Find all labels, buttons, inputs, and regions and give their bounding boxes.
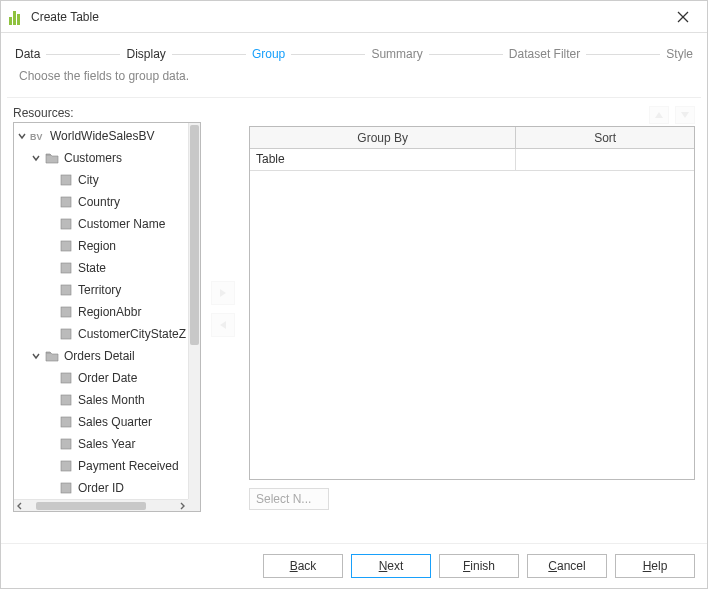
svg-marker-17: [220, 289, 226, 297]
svg-rect-15: [61, 461, 71, 471]
step-separator: [46, 54, 120, 55]
tree-node-label: Payment Received: [78, 459, 179, 473]
tree-field-payment-received[interactable]: Payment Received: [14, 455, 188, 477]
step-separator: [586, 54, 660, 55]
step-data[interactable]: Data: [15, 47, 40, 61]
step-separator: [429, 54, 503, 55]
tree-field-region-abbr[interactable]: RegionAbbr: [14, 301, 188, 323]
tree-field-city[interactable]: City: [14, 169, 188, 191]
svg-rect-13: [61, 417, 71, 427]
tree-field-customer-name[interactable]: Customer Name: [14, 213, 188, 235]
close-button[interactable]: [667, 1, 699, 33]
add-to-group-button[interactable]: [211, 281, 235, 305]
svg-rect-8: [61, 285, 71, 295]
cell-group-by[interactable]: Table: [250, 149, 516, 170]
tree-node-orders-detail[interactable]: Orders Detail: [14, 345, 188, 367]
field-icon: [58, 261, 74, 275]
close-icon: [677, 11, 689, 23]
tree-field-order-date[interactable]: Order Date: [14, 367, 188, 389]
step-group[interactable]: Group: [252, 47, 285, 61]
arrow-left-icon: [216, 318, 230, 332]
bv-icon: BV: [30, 129, 46, 143]
tree-field-state[interactable]: State: [14, 257, 188, 279]
select-n-button[interactable]: Select N...: [249, 488, 329, 510]
step-dataset-filter[interactable]: Dataset Filter: [509, 47, 580, 61]
chevron-down-icon[interactable]: [30, 152, 42, 164]
cancel-button[interactable]: Cancel: [527, 554, 607, 578]
tree-node-label: Region: [78, 239, 116, 253]
app-icon: [9, 9, 25, 25]
step-separator: [291, 54, 365, 55]
tree-node-customers[interactable]: Customers: [14, 147, 188, 169]
scrollbar-thumb[interactable]: [36, 502, 146, 510]
resources-tree[interactable]: BV WorldWideSalesBV Customers: [13, 122, 201, 512]
field-icon: [58, 305, 74, 319]
tree-node-label: Sales Month: [78, 393, 145, 407]
field-icon: [58, 481, 74, 495]
tree-field-region[interactable]: Region: [14, 235, 188, 257]
svg-marker-19: [655, 112, 663, 118]
tree-node-label: WorldWideSalesBV: [50, 129, 154, 143]
tree-field-sales-year[interactable]: Sales Year: [14, 433, 188, 455]
back-button[interactable]: Back: [263, 554, 343, 578]
scroll-left-icon[interactable]: [14, 500, 26, 512]
svg-rect-14: [61, 439, 71, 449]
chevron-down-icon[interactable]: [16, 130, 28, 142]
divider: [7, 97, 701, 98]
step-display[interactable]: Display: [126, 47, 165, 61]
group-grid[interactable]: Group By Sort Table: [249, 126, 695, 480]
arrow-right-icon: [216, 286, 230, 300]
field-icon: [58, 239, 74, 253]
step-separator: [172, 54, 246, 55]
field-icon: [58, 415, 74, 429]
tree-node-label: Sales Quarter: [78, 415, 152, 429]
svg-text:BV: BV: [30, 132, 42, 142]
wizard-footer: Back Next Finish Cancel Help: [1, 543, 707, 588]
wizard-steps: Data Display Group Summary Dataset Filte…: [1, 33, 707, 69]
svg-rect-12: [61, 395, 71, 405]
cell-sort[interactable]: [516, 149, 694, 170]
tree-field-country[interactable]: Country: [14, 191, 188, 213]
tree-node-root[interactable]: BV WorldWideSalesBV: [14, 125, 188, 147]
horizontal-scrollbar[interactable]: [14, 499, 188, 511]
step-style[interactable]: Style: [666, 47, 693, 61]
tree-field-customer-city-state[interactable]: CustomerCityStateZ: [14, 323, 188, 345]
move-down-button[interactable]: [675, 106, 695, 124]
field-icon: [58, 173, 74, 187]
folder-icon: [44, 151, 60, 165]
svg-rect-4: [61, 197, 71, 207]
tree-node-label: Order Date: [78, 371, 137, 385]
field-icon: [58, 459, 74, 473]
next-button[interactable]: Next: [351, 554, 431, 578]
scroll-right-icon[interactable]: [176, 500, 188, 512]
svg-rect-11: [61, 373, 71, 383]
tree-field-order-id[interactable]: Order ID: [14, 477, 188, 499]
svg-rect-5: [61, 219, 71, 229]
tree-field-sales-quarter[interactable]: Sales Quarter: [14, 411, 188, 433]
tree-node-label: Territory: [78, 283, 121, 297]
help-button[interactable]: Help: [615, 554, 695, 578]
chevron-down-icon[interactable]: [30, 350, 42, 362]
svg-rect-3: [61, 175, 71, 185]
tree-field-territory[interactable]: Territory: [14, 279, 188, 301]
tree-node-label: Sales Year: [78, 437, 135, 451]
vertical-scrollbar[interactable]: [188, 123, 200, 499]
tree-node-label: Country: [78, 195, 120, 209]
table-row[interactable]: Table: [250, 149, 694, 171]
svg-marker-20: [681, 112, 689, 118]
svg-rect-10: [61, 329, 71, 339]
tree-field-sales-month[interactable]: Sales Month: [14, 389, 188, 411]
finish-button[interactable]: Finish: [439, 554, 519, 578]
column-header-sort[interactable]: Sort: [516, 127, 694, 148]
remove-from-group-button[interactable]: [211, 313, 235, 337]
column-header-group-by[interactable]: Group By: [250, 127, 516, 148]
tree-node-label: RegionAbbr: [78, 305, 141, 319]
instruction-text: Choose the fields to group data.: [1, 69, 707, 97]
tree-node-label: Customers: [64, 151, 122, 165]
scrollbar-thumb[interactable]: [190, 125, 199, 345]
window-title: Create Table: [31, 10, 667, 24]
step-summary[interactable]: Summary: [371, 47, 422, 61]
scrollbar-corner: [188, 499, 200, 511]
field-icon: [58, 217, 74, 231]
move-up-button[interactable]: [649, 106, 669, 124]
